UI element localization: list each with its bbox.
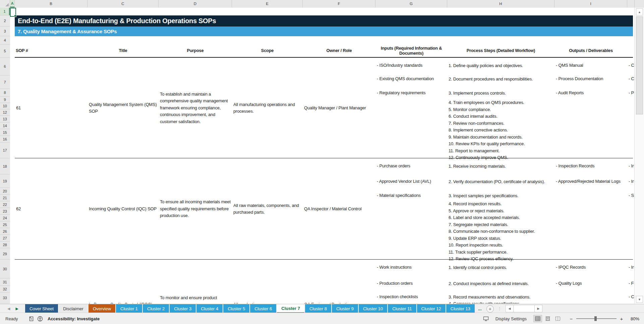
cell-owner[interactable]: QA Inspector / Material Control — [303, 158, 375, 260]
column-header-B[interactable]: B — [15, 0, 87, 7]
row-header-10[interactable]: 10 — [0, 103, 10, 109]
cell-next-column-fragment[interactable]: - In — [629, 178, 634, 184]
column-header-D[interactable]: D — [159, 0, 232, 7]
row-header-19[interactable]: 19 — [0, 174, 10, 188]
row-header-28[interactable]: 28 — [0, 241, 10, 248]
cell-purpose[interactable]: To ensure all incoming materials meet sp… — [159, 158, 232, 260]
row-header-4[interactable]: 4 — [0, 36, 10, 45]
table-column-header[interactable]: Scope — [232, 44, 303, 57]
hscroll-right-button[interactable]: ▶ — [534, 305, 542, 312]
cell-sop-gap[interactable] — [10, 260, 15, 304]
row-header-14[interactable]: 14 — [0, 122, 10, 129]
row-header-26[interactable]: 26 — [0, 228, 10, 235]
cell-scope[interactable]: All raw materials, components, and purch… — [232, 158, 303, 260]
zoom-slider-thumb[interactable] — [594, 316, 597, 321]
cell-input-item[interactable]: - Work instructions — [377, 264, 447, 270]
page-break-view-button[interactable] — [553, 315, 562, 322]
sheet-title-cell[interactable]: End-to-End (E2E) Manufacturing & Product… — [15, 15, 633, 26]
cell-sop-number[interactable]: 61 — [15, 58, 87, 158]
cell-next-column-fragment[interactable]: - Co — [629, 62, 634, 68]
cell-step-item[interactable]: 4. Train employees on QMS procedures. — [449, 99, 554, 106]
column-header-G[interactable]: G — [375, 0, 447, 7]
cell-step-item[interactable]: 8. Implement corrective actions. — [449, 127, 554, 134]
sheet-tab-cluster-12[interactable]: Cluster 12 — [417, 304, 446, 313]
cell-step-list[interactable]: 4. Compare results with specifications. — [449, 301, 554, 304]
sheet-tab-cluster-7[interactable]: Cluster 7 — [277, 304, 304, 313]
table-column-header[interactable]: Title — [87, 44, 159, 57]
cell-step-item[interactable]: 8. Communicate non-conformance to suppli… — [449, 228, 554, 235]
zoom-in-button[interactable]: + — [619, 316, 624, 322]
sheet-tab-overview[interactable]: Overview — [89, 304, 115, 313]
scroll-up-button[interactable]: ▲ — [636, 8, 643, 15]
sheet-tab-cluster-5[interactable]: Cluster 5 — [223, 304, 249, 313]
cell-title[interactable]: In-Process Quality Control (IPQC) — [87, 260, 159, 304]
fill-handle[interactable] — [14, 15, 16, 17]
cell-step-item[interactable]: 9. Maintain documentation and records. — [449, 134, 554, 141]
zoom-out-button[interactable]: − — [569, 316, 574, 322]
horizontal-scrollbar[interactable]: ◀ ▶ — [506, 304, 542, 313]
row-header-12[interactable]: 12 — [0, 109, 10, 116]
display-settings-label[interactable]: Display Settings — [495, 316, 527, 321]
sheet-tab-cluster-11[interactable]: Cluster 11 — [388, 304, 416, 313]
cell-next-column-fragment[interactable]: - Fi — [629, 280, 634, 286]
cell-step-item[interactable]: 1. Define quality policies and objective… — [449, 62, 554, 69]
zoom-slider[interactable] — [576, 316, 617, 321]
cell-step-item[interactable]: 7. Segregate rejected materials. — [449, 221, 554, 228]
cell-output-item[interactable]: - Quality Logs — [556, 280, 627, 286]
row-header-3[interactable]: 3 — [0, 26, 10, 36]
cell-output-item[interactable]: - Inspection Records — [556, 163, 627, 169]
selected-cell-a1[interactable] — [10, 8, 16, 17]
hscroll-left-button[interactable]: ◀ — [506, 305, 514, 312]
cell-step-list[interactable]: 4. Train employees on QMS procedures.5. … — [449, 99, 554, 161]
cell-sop-gap[interactable] — [10, 58, 15, 158]
row-header-17[interactable]: 17 — [0, 143, 10, 158]
row-header-32[interactable]: 32 — [0, 286, 10, 292]
select-all-corner[interactable] — [0, 0, 10, 7]
row-header-31[interactable]: 31 — [0, 278, 10, 286]
accessibility-icon[interactable] — [37, 316, 43, 322]
cell-next-column-fragment[interactable]: - In — [629, 163, 634, 169]
cell-step-item[interactable]: 7. Review non-conformances. — [449, 120, 554, 127]
cell-scope[interactable]: All manufacturing operations and process… — [232, 58, 303, 158]
cell-output-item[interactable]: - QMS Manual — [556, 62, 627, 68]
cell-input-item[interactable]: - ISO/Industry standards — [377, 62, 447, 68]
cell-input-item[interactable]: - Regulatory requirements — [377, 90, 447, 96]
table-column-header[interactable]: Process Steps (Detailed Workflow) — [447, 44, 554, 57]
horizontal-scroll-thumb[interactable] — [514, 305, 534, 312]
row-header-9[interactable]: 9 — [0, 97, 10, 103]
cell-input-item[interactable]: - Inspection checklists — [377, 294, 447, 300]
sheet-tab-disclaimer[interactable]: Disclaimer — [59, 304, 88, 313]
cell-next-column-fragment[interactable]: - Su — [629, 193, 634, 199]
sheet-tab-cluster-6[interactable]: Cluster 6 — [250, 304, 276, 313]
row-header-21[interactable]: 21 — [0, 195, 10, 201]
sheet-tab-cluster-13[interactable]: Cluster 13 — [446, 304, 475, 313]
sheet-tab-cluster-3[interactable]: Cluster 3 — [170, 304, 196, 313]
cell-step-item[interactable]: 10. Report inspection results. — [449, 242, 554, 249]
row-header-24[interactable]: 24 — [0, 215, 10, 221]
column-header-E[interactable]: E — [232, 0, 303, 7]
more-tabs-indicator[interactable]: ... — [475, 304, 484, 313]
cell-step-item[interactable]: 3. Implement process controls. — [449, 90, 554, 97]
cell-step-item[interactable]: 5. Approve or reject materials. — [449, 208, 554, 215]
cell-next-column-fragment[interactable]: - In — [629, 264, 634, 270]
row-header-25[interactable]: 25 — [0, 221, 10, 228]
cell-output-item[interactable]: - IPQC Records — [556, 264, 627, 270]
cell-step-item[interactable]: 6. Conduct internal audits. — [449, 113, 554, 120]
scroll-down-button[interactable]: ▼ — [636, 296, 643, 303]
row-header-18[interactable]: 18 — [0, 158, 10, 174]
column-header-I[interactable]: I — [554, 0, 627, 7]
cell-step-item[interactable]: 10. Review KPIs for quality performance. — [449, 141, 554, 148]
sheet-tab-cluster-9[interactable]: Cluster 9 — [332, 304, 358, 313]
macro-record-icon[interactable] — [29, 316, 34, 321]
zoom-level-label[interactable]: 80% — [627, 316, 639, 321]
column-header-C[interactable]: C — [87, 0, 159, 7]
row-header-30[interactable]: 30 — [0, 260, 10, 278]
row-header-7[interactable]: 7 — [0, 75, 10, 89]
cell-sop-gap[interactable] — [10, 158, 15, 260]
cell-input-item[interactable]: - Production orders — [377, 280, 447, 286]
cell-step-item[interactable]: 11. Report to management. — [449, 148, 554, 155]
cell-step-item[interactable]: 3. Inspect samples per specifications. — [449, 193, 554, 199]
row-header-23[interactable]: 23 — [0, 208, 10, 215]
sheet-tab-cluster-8[interactable]: Cluster 8 — [305, 304, 331, 313]
row-header-8[interactable]: 8 — [0, 89, 10, 97]
